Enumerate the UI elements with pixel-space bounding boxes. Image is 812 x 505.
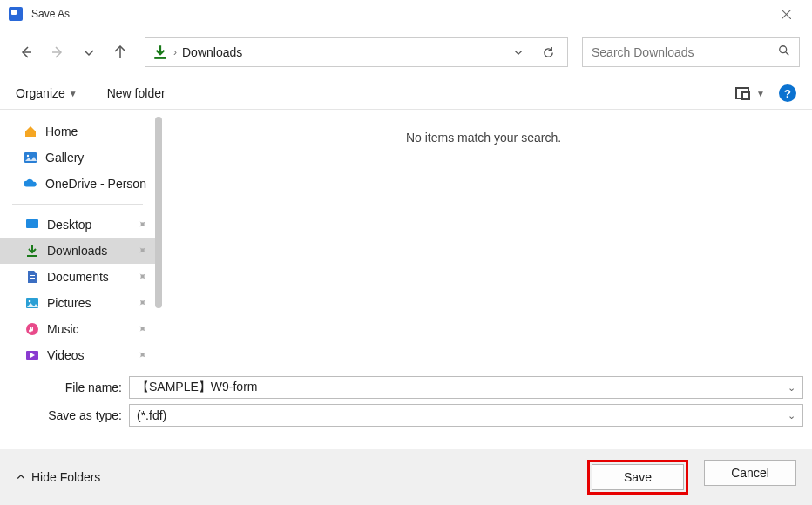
sidebar-item-label: Gallery [45, 151, 84, 165]
forward-button[interactable] [44, 38, 71, 66]
sidebar-item-desktop[interactable]: Desktop ✦ [0, 212, 155, 238]
arrow-left-icon [19, 45, 33, 59]
cancel-button[interactable]: Cancel [704, 460, 796, 486]
breadcrumb-location[interactable]: Downloads [182, 45, 242, 59]
music-icon [24, 321, 40, 337]
sidebar-item-pictures[interactable]: Pictures ✦ [0, 290, 155, 316]
savetype-label: Save as type: [0, 408, 129, 422]
pin-icon: ✦ [135, 348, 150, 363]
arrow-right-icon [51, 45, 64, 59]
filename-label: File name: [0, 380, 129, 394]
refresh-button[interactable] [536, 46, 560, 59]
save-button[interactable]: Save [592, 464, 684, 490]
sidebar-item-label: Documents [47, 270, 109, 284]
savetype-select[interactable]: (*.fdf) ⌄ [129, 404, 803, 427]
caret-down-icon: ▼ [69, 89, 78, 98]
hide-folders-label: Hide Folders [31, 470, 100, 484]
svg-point-9 [27, 155, 29, 157]
address-dropdown[interactable] [506, 47, 531, 57]
sidebar-item-label: Home [45, 125, 78, 138]
back-button[interactable] [12, 38, 40, 66]
hide-folders-button[interactable]: Hide Folders [16, 470, 100, 484]
title-bar: Save As [0, 0, 812, 28]
pictures-icon [24, 295, 40, 311]
sidebar-item-home[interactable]: Home [0, 118, 155, 145]
breadcrumb-separator: › [173, 46, 177, 58]
help-button[interactable]: ? [779, 84, 796, 102]
home-icon [23, 124, 38, 139]
downloads-folder-icon [152, 44, 168, 60]
svg-rect-10 [26, 219, 38, 228]
chevron-down-icon[interactable]: ⌄ [788, 382, 795, 394]
sidebar: Home Gallery OneDrive - Person Desktop ✦ [0, 110, 155, 371]
close-button[interactable] [768, 0, 803, 28]
pin-icon: ✦ [135, 322, 150, 337]
sidebar-item-gallery[interactable]: Gallery [0, 145, 155, 171]
chevron-up-icon [16, 472, 26, 482]
svg-rect-8 [24, 152, 37, 163]
chevron-down-icon [82, 45, 96, 59]
documents-icon [24, 269, 40, 285]
videos-icon [24, 347, 40, 363]
pin-icon: ✦ [135, 218, 150, 232]
window-title: Save As [31, 8, 70, 20]
sidebar-item-onedrive[interactable]: OneDrive - Person [0, 171, 155, 197]
svg-point-6 [780, 46, 787, 53]
filename-value: 【SAMPLE】W9-form [137, 380, 257, 395]
search-input[interactable] [592, 45, 778, 59]
sidebar-item-label: Pictures [47, 296, 91, 310]
pin-icon: ✦ [135, 296, 150, 311]
chevron-down-icon [513, 47, 524, 57]
new-folder-button[interactable]: New folder [107, 86, 166, 100]
pin-icon: ✦ [135, 244, 150, 259]
refresh-icon [542, 46, 555, 59]
downloads-icon [24, 243, 40, 259]
sidebar-item-label: Desktop [47, 218, 91, 232]
view-toggle-button[interactable]: ▼ [735, 87, 765, 99]
file-list-area: No items match your search. [155, 110, 812, 371]
desktop-icon [24, 217, 40, 232]
view-icon [735, 87, 749, 99]
chevron-down-icon[interactable]: ⌄ [788, 410, 795, 421]
sidebar-item-documents[interactable]: Documents ✦ [0, 264, 155, 290]
arrow-up-icon [113, 45, 127, 59]
sidebar-scrollbar[interactable] [155, 117, 162, 308]
cloud-icon [23, 176, 38, 192]
sidebar-item-label: Music [47, 322, 79, 336]
address-bar[interactable]: › Downloads [145, 37, 568, 67]
save-button-highlight: Save [587, 460, 688, 495]
caret-down-icon: ▼ [756, 89, 765, 98]
svg-rect-12 [30, 275, 35, 276]
filename-input[interactable]: 【SAMPLE】W9-form ⌄ [129, 376, 803, 399]
sidebar-item-downloads[interactable]: Downloads ✦ [0, 238, 155, 264]
main-area: Home Gallery OneDrive - Person Desktop ✦ [0, 110, 812, 371]
search-icon [778, 44, 790, 60]
new-folder-label: New folder [107, 86, 166, 100]
nav-bar: › Downloads [0, 28, 812, 77]
pin-icon: ✦ [135, 270, 150, 285]
sidebar-item-music[interactable]: Music ✦ [0, 316, 155, 342]
toolbar: Organize ▼ New folder ▼ ? [0, 77, 812, 110]
svg-line-7 [786, 52, 789, 56]
search-box[interactable] [582, 37, 800, 67]
footer: Hide Folders Save Cancel [0, 449, 812, 505]
organize-button[interactable]: Organize ▼ [16, 86, 78, 100]
sidebar-item-label: Videos [47, 348, 85, 362]
organize-label: Organize [16, 86, 65, 100]
empty-message: No items match your search. [176, 131, 791, 145]
recent-locations-button[interactable] [75, 38, 103, 66]
sidebar-separator [12, 204, 143, 205]
sidebar-item-videos[interactable]: Videos ✦ [0, 342, 155, 368]
gallery-icon [23, 150, 38, 165]
savetype-value: (*.fdf) [137, 408, 166, 422]
sidebar-item-label: OneDrive - Person [45, 177, 146, 191]
up-button[interactable] [106, 38, 134, 66]
sidebar-item-label: Downloads [47, 244, 107, 258]
app-icon [9, 7, 23, 21]
svg-point-15 [29, 300, 31, 303]
svg-rect-13 [30, 278, 35, 279]
close-icon [782, 10, 791, 19]
save-form: File name: 【SAMPLE】W9-form ⌄ Save as typ… [0, 371, 812, 437]
